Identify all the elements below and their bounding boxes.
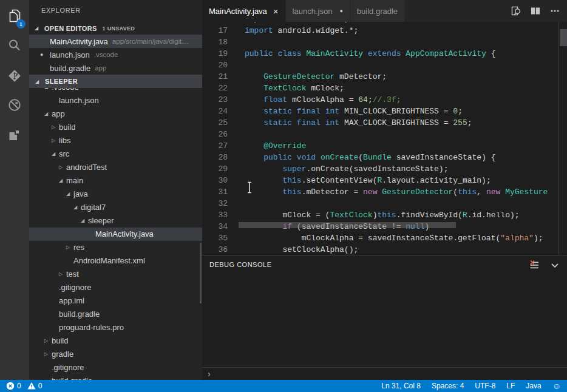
twisty-collapsed-icon[interactable]: ▷: [59, 161, 66, 174]
code-line[interactable]: 23 float mClockAlpha = 64;//.3f;: [202, 94, 567, 106]
twisty-expanded-icon[interactable]: ◢: [52, 147, 59, 161]
split-editor-icon[interactable]: [529, 5, 542, 17]
tree-item[interactable]: AndroidManifest.xml: [29, 254, 202, 268]
extensions-icon[interactable]: [0, 121, 29, 149]
line-number[interactable]: 33: [202, 209, 228, 221]
line-number[interactable]: 27: [202, 140, 228, 152]
code-line[interactable]: 25 static final int MAX_CLOCK_BRIGHTNESS…: [202, 117, 567, 129]
tree-item[interactable]: ▷androidTest: [29, 161, 202, 174]
code-line[interactable]: 27 @Override: [202, 140, 567, 152]
status-item-lf[interactable]: LF: [506, 382, 515, 390]
debug-console-input[interactable]: ›: [202, 367, 567, 380]
tree-item[interactable]: .gitignore: [29, 281, 202, 294]
chevron-expanded-icon[interactable]: ◢: [35, 79, 45, 84]
line-number[interactable]: 34: [202, 221, 228, 232]
twisty-expanded-icon[interactable]: ◢: [73, 201, 81, 214]
more-actions-icon[interactable]: [549, 5, 561, 17]
code-line[interactable]: 21 GestureDetector mDetector;: [202, 71, 567, 83]
close-panel-icon[interactable]: [549, 259, 561, 271]
line-number[interactable]: 25: [202, 117, 228, 129]
twisty-collapsed-icon[interactable]: ▷: [44, 348, 52, 361]
tree-item[interactable]: ◢src: [29, 147, 202, 161]
code-line[interactable]: 35 mClockAlpha = savedInstanceState.getF…: [202, 232, 567, 244]
code-line[interactable]: 36 setClockAlpha();: [202, 244, 567, 255]
code-line[interactable]: 17import android.widget.*;: [202, 25, 567, 36]
vertical-scrollbar[interactable]: [560, 29, 567, 46]
chevron-expanded-icon[interactable]: ◢: [35, 25, 44, 31]
tree-item[interactable]: ▷gradle: [29, 348, 202, 361]
twisty-collapsed-icon[interactable]: ▷: [44, 334, 52, 348]
tree-item[interactable]: build.gradle: [29, 308, 202, 321]
code-line[interactable]: 24 static final int MIN_CLOCK_BRIGHTNESS…: [202, 106, 567, 117]
twisty-expanded-icon[interactable]: ◢: [81, 214, 88, 228]
open-preview-icon[interactable]: [510, 5, 522, 17]
tab-build.gradle[interactable]: build.gradle: [350, 0, 405, 22]
line-number[interactable]: 21: [202, 71, 228, 83]
line-number[interactable]: 23: [202, 94, 228, 106]
tree-item[interactable]: proguard-rules.pro: [29, 321, 202, 334]
code-line[interactable]: 22 TextClock mClock;: [202, 83, 567, 94]
code-line[interactable]: 19public class MainActivity extends AppC…: [202, 48, 567, 59]
panel-title[interactable]: DEBUG CONSOLE: [209, 261, 271, 268]
code-line[interactable]: 32: [202, 198, 567, 209]
line-number[interactable]: 22: [202, 83, 228, 94]
source-control-icon[interactable]: [0, 62, 29, 90]
line-number[interactable]: 36: [202, 244, 228, 255]
tree-item[interactable]: ◢java: [29, 188, 202, 201]
line-number[interactable]: 17: [202, 25, 228, 36]
twisty-expanded-icon[interactable]: ◢: [44, 88, 52, 94]
line-number[interactable]: 26: [202, 129, 228, 140]
status-item-java[interactable]: Java: [526, 382, 541, 390]
twisty-collapsed-icon[interactable]: ▷: [52, 134, 59, 147]
twisty-expanded-icon[interactable]: ◢: [59, 174, 66, 188]
code-line[interactable]: 18: [202, 36, 567, 48]
line-number[interactable]: 24: [202, 106, 228, 117]
tree-item[interactable]: app.iml: [29, 294, 202, 308]
tree-item[interactable]: build.gradle: [29, 374, 202, 380]
code-line[interactable]: 29 super.onCreate(savedInstanceState);: [202, 163, 567, 175]
tree-item[interactable]: launch.json: [29, 94, 202, 107]
open-editor-item[interactable]: build.gradleapp: [29, 61, 202, 75]
open-editor-item[interactable]: ●launch.json.vscode: [29, 48, 202, 61]
close-icon[interactable]: ×: [273, 7, 279, 16]
tree-item[interactable]: ▷res: [29, 241, 202, 254]
tree-item[interactable]: ◢app: [29, 107, 202, 121]
sidebar-scrollbar[interactable]: [200, 243, 202, 303]
clear-console-icon[interactable]: [528, 259, 540, 271]
status-item-spaces-4[interactable]: Spaces: 4: [432, 382, 464, 390]
code-line[interactable]: 26: [202, 129, 567, 140]
line-number[interactable]: 30: [202, 175, 228, 186]
line-number[interactable]: 19: [202, 48, 228, 59]
open-editors-header[interactable]: ◢ OPEN EDITORS 1 UNSAVED: [29, 22, 202, 35]
code-line[interactable]: 33 mClock = (TextClock)this.findViewById…: [202, 209, 567, 221]
horizontal-scrollbar[interactable]: [239, 222, 456, 228]
code-editor[interactable]: 16import android.view.*;17import android…: [202, 22, 567, 255]
vertical-scrollbar-track[interactable]: [559, 22, 567, 255]
line-number[interactable]: 29: [202, 163, 228, 175]
status-item-ln-31-col-8[interactable]: Ln 31, Col 8: [381, 382, 421, 390]
line-number[interactable]: 35: [202, 232, 228, 244]
code-line[interactable]: 28 public void onCreate(Bundle savedInst…: [202, 152, 567, 163]
code-line[interactable]: 30 this.setContentView(R.layout.activity…: [202, 175, 567, 186]
feedback-smiley-icon[interactable]: ☺: [552, 382, 561, 390]
twisty-collapsed-icon[interactable]: ▷: [66, 241, 73, 254]
tab-MainActivity.java[interactable]: MainActivity.java×: [202, 0, 286, 22]
search-icon[interactable]: [0, 32, 29, 59]
tree-item[interactable]: ◢sleeper: [29, 214, 202, 228]
debug-icon[interactable]: [0, 91, 29, 119]
tree-item[interactable]: MainActivity.java: [29, 228, 202, 241]
tree-section-header[interactable]: ◢ SLEEPER: [29, 75, 202, 88]
code-line[interactable]: 20: [202, 59, 567, 71]
status-item-utf-8[interactable]: UTF-8: [475, 382, 495, 390]
twisty-collapsed-icon[interactable]: ▷: [59, 268, 66, 281]
problems-status[interactable]: 0 0: [6, 382, 48, 390]
code-line[interactable]: 31 this.mDetector = new GestureDetector(…: [202, 186, 567, 198]
tab-launch.json[interactable]: launch.json●: [286, 0, 350, 22]
tree-item[interactable]: ◢digital7: [29, 201, 202, 214]
open-editor-item[interactable]: MainActivity.javaapp/src/main/java/digit…: [29, 35, 202, 48]
tree-item[interactable]: ◢main: [29, 174, 202, 188]
tree-item[interactable]: ▷build: [29, 334, 202, 348]
tree-item[interactable]: .gitignore: [29, 361, 202, 374]
line-number[interactable]: 28: [202, 152, 228, 163]
line-number[interactable]: 20: [202, 59, 228, 71]
